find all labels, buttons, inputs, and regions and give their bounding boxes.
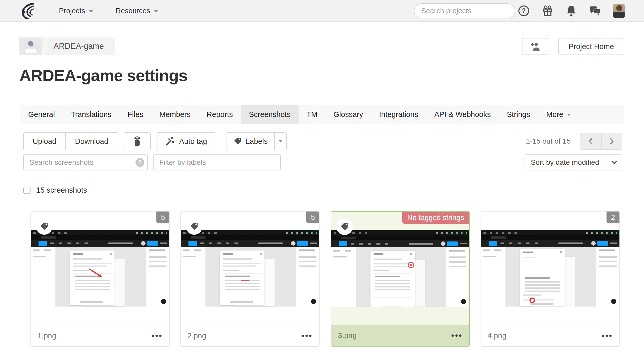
- invite-people-button[interactable]: [522, 38, 548, 55]
- filter-row: ? Sort by date modified: [23, 154, 622, 170]
- chevron-down-icon: [567, 114, 571, 116]
- screenshots-toolbar: Upload Download Auto tag Labels: [23, 132, 622, 150]
- screenshot-filename: 1.png: [37, 332, 56, 340]
- labels-dropdown-toggle[interactable]: [274, 133, 286, 150]
- chevron-left-icon: [588, 138, 594, 145]
- header-actions: Project Home: [522, 38, 624, 55]
- tab-screenshots[interactable]: Screenshots: [241, 105, 299, 124]
- tagged-strings-count-badge: 5: [156, 212, 169, 223]
- filter-by-labels-input[interactable]: [153, 154, 281, 170]
- filter-labels-wrap: [153, 154, 281, 170]
- trash-icon: [133, 136, 142, 147]
- tag-icon: [233, 137, 242, 146]
- page-title: ARDEA-game settings: [19, 66, 187, 85]
- tab-reports[interactable]: Reports: [199, 105, 241, 124]
- tagged-strings-count-badge: 5: [306, 212, 319, 223]
- select-all-row: 15 screenshots: [23, 186, 87, 194]
- tagged-indicator: [336, 218, 353, 235]
- tab-translations[interactable]: Translations: [63, 105, 119, 124]
- gifts-icon[interactable]: [541, 5, 554, 17]
- project-home-button[interactable]: Project Home: [558, 38, 624, 55]
- pagination-label: 1-15 out of 15: [526, 137, 571, 145]
- tagged-strings-count-badge: 2: [607, 212, 619, 223]
- red-annotation: [241, 280, 249, 281]
- no-tagged-strings-badge: No tagged strings: [402, 212, 469, 224]
- nav-icons: ?: [518, 0, 625, 22]
- sort-select[interactable]: Sort by date modified: [525, 154, 622, 170]
- screenshot-filename: 3.png: [338, 331, 357, 340]
- labels-label: Labels: [246, 137, 268, 146]
- chevron-down-icon: [611, 160, 618, 165]
- tag-icon: [189, 222, 199, 231]
- tab-integrations[interactable]: Integrations: [371, 105, 426, 124]
- nav-projects[interactable]: Projects: [59, 7, 93, 15]
- screenshot-filename: 2.png: [187, 332, 206, 340]
- breadcrumb-owner[interactable]: [19, 37, 42, 55]
- notifications-icon[interactable]: [565, 5, 578, 17]
- card-menu-button[interactable]: •••: [601, 333, 613, 339]
- top-navbar: Projects Resources ?: [0, 0, 644, 22]
- search-projects-input[interactable]: [414, 7, 514, 15]
- tab-strings[interactable]: Strings: [499, 105, 538, 124]
- next-page-button[interactable]: [601, 133, 622, 149]
- card-footer: 3.png •••: [331, 325, 469, 346]
- search-screenshots-wrap: ?: [23, 154, 148, 170]
- labels-button[interactable]: Labels: [226, 133, 274, 150]
- svg-text:?: ?: [522, 7, 526, 14]
- screenshot-card[interactable]: 5 1.png •••: [31, 211, 170, 347]
- prev-page-button[interactable]: [580, 133, 601, 149]
- card-menu-button[interactable]: •••: [301, 333, 313, 339]
- screenshot-thumbnail[interactable]: [181, 230, 319, 307]
- project-search: [414, 3, 515, 18]
- card-footer: 1.png •••: [31, 325, 169, 346]
- tab-members[interactable]: Members: [151, 105, 199, 124]
- card-menu-button[interactable]: •••: [451, 333, 463, 338]
- nav-resources[interactable]: Resources: [116, 7, 158, 15]
- search-screenshots-input[interactable]: [23, 154, 148, 170]
- magic-wand-icon: [165, 136, 175, 146]
- auto-tag-button[interactable]: Auto tag: [157, 132, 215, 150]
- tagged-indicator: [186, 218, 202, 235]
- tab-more[interactable]: More: [538, 105, 579, 124]
- messages-icon[interactable]: [589, 5, 601, 17]
- search-help-icon[interactable]: ?: [135, 158, 144, 167]
- card-footer: 2.png •••: [181, 325, 319, 346]
- chevron-down-icon: [154, 10, 158, 13]
- pagination-controls: [580, 133, 622, 150]
- nav-resources-label: Resources: [116, 7, 150, 15]
- download-button[interactable]: Download: [65, 133, 118, 150]
- owner-avatar: [24, 39, 38, 53]
- tab-tm[interactable]: TM: [299, 105, 325, 124]
- screenshot-thumbnail[interactable]: [481, 230, 619, 307]
- select-all-checkbox[interactable]: [23, 187, 31, 194]
- labels-split-button: Labels: [226, 132, 287, 150]
- app-logo-icon[interactable]: [19, 3, 44, 19]
- chevron-right-icon: [609, 138, 615, 145]
- screenshots-count-label: 15 screenshots: [36, 186, 87, 194]
- screenshot-card[interactable]: 2 4.png •••: [481, 211, 620, 347]
- breadcrumb[interactable]: ARDEA-game: [19, 37, 115, 55]
- nav-projects-label: Projects: [59, 7, 85, 15]
- add-person-icon: [530, 42, 540, 51]
- card-footer: 4.png •••: [481, 325, 619, 346]
- chevron-down-icon: [89, 10, 93, 13]
- tab-glossary[interactable]: Glossary: [325, 105, 371, 124]
- help-icon[interactable]: ?: [518, 5, 530, 17]
- tag-icon: [340, 222, 350, 232]
- screenshot-thumbnail[interactable]: [331, 230, 469, 307]
- tab-files[interactable]: Files: [119, 105, 151, 124]
- screenshot-card-selected[interactable]: No tagged strings 3.png •••: [331, 211, 470, 347]
- card-menu-button[interactable]: •••: [151, 333, 163, 339]
- breadcrumb-project-name[interactable]: ARDEA-game: [49, 37, 115, 55]
- screenshot-thumbnail[interactable]: [31, 230, 169, 307]
- tab-api-webhooks[interactable]: API & Webhooks: [426, 105, 499, 124]
- breadcrumb-separator: [42, 37, 49, 55]
- screenshot-card[interactable]: 5 2.png •••: [180, 211, 320, 347]
- delete-button[interactable]: [124, 132, 151, 150]
- user-avatar[interactable]: [613, 4, 625, 18]
- settings-tabbar: General Translations Files Members Repor…: [20, 105, 624, 124]
- tag-icon: [39, 222, 49, 231]
- tab-general[interactable]: General: [20, 105, 63, 124]
- auto-tag-label: Auto tag: [179, 137, 207, 146]
- upload-button[interactable]: Upload: [24, 133, 65, 150]
